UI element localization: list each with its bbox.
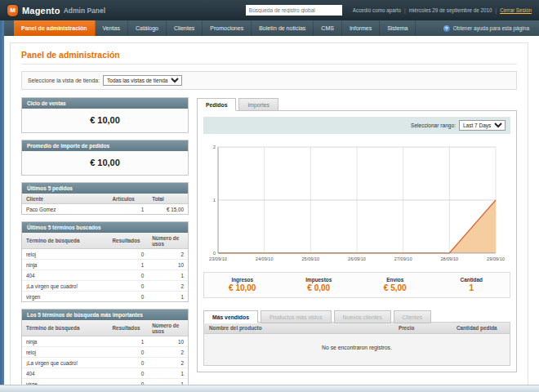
nav-item-cms[interactable]: CMS (314, 20, 342, 36)
global-search-input[interactable] (246, 5, 342, 16)
total-label: Impuestos (281, 277, 358, 283)
nav-item-ventas[interactable]: Ventas (96, 20, 128, 36)
products-grid: Nombre del producto Precio Cantidad pedi… (203, 322, 510, 366)
table-row[interactable]: ninja 1 10 (22, 260, 188, 270)
table-row[interactable]: virgen 0 1 (22, 292, 188, 302)
tab-pedidos[interactable]: Pedidos (197, 98, 236, 111)
total-cantidad: Cantidad 1 (434, 277, 510, 292)
svg-text:0: 0 (213, 251, 216, 256)
cell-results: 0 (109, 270, 149, 281)
range-label: Seleccionar rango: (411, 122, 456, 128)
cell-results: 0 (109, 368, 149, 379)
cell-results: 0 (109, 358, 149, 368)
range-select[interactable]: Last 7 Days (459, 120, 506, 131)
svg-text:23/09/10: 23/09/10 (209, 256, 227, 261)
table-header-row: Cliente Artículos Total (22, 194, 188, 204)
cell-term: ¡La virgen que cuadro! (22, 281, 109, 292)
total-value: 1 (434, 283, 510, 292)
cell-results: 0 (109, 249, 149, 260)
column-header: Cliente (22, 194, 109, 204)
cell-uses: 1 (148, 368, 188, 379)
nav-item-dashboard[interactable]: Panel de administración (14, 20, 96, 36)
table-row[interactable]: ¡La virgen que cuadro! 0 2 (22, 358, 188, 368)
nav-item-informes[interactable]: Informes (342, 20, 380, 36)
column-header: Total (148, 194, 188, 204)
column-header: Número de usos (148, 233, 188, 249)
table-row[interactable]: reloj 0 2 (22, 347, 188, 358)
svg-text:28/09/10: 28/09/10 (440, 256, 458, 261)
main-nav: Panel de administración Ventas Catálogo … (0, 20, 539, 36)
help-icon: ? (443, 25, 450, 32)
cell-results: 0 (109, 281, 149, 292)
column-header: Término de búsqueda (22, 320, 109, 336)
svg-text:25/09/10: 25/09/10 (301, 256, 319, 261)
cell-results: 1 (109, 260, 149, 270)
table-row[interactable]: reloj 0 2 (22, 249, 188, 260)
tab-clientes[interactable]: Clientes (394, 310, 432, 323)
last-orders-box: Últimos 5 pedidos Cliente Artículos Tota… (21, 182, 189, 215)
tab-importes[interactable]: Importes (238, 98, 278, 111)
cell-uses: 2 (148, 281, 188, 292)
top-search-terms-box: Los 5 términos de búsqueda más important… (21, 309, 189, 390)
cell-term: 404 (22, 368, 109, 379)
lifetime-sales-value: € 10,00 (22, 109, 188, 132)
cell-results: 1 (109, 336, 149, 347)
header-user-area: Accedió como aparto | miércoles 29 de se… (353, 7, 532, 13)
tab-nuevos-clientes[interactable]: Nuevos clientes (334, 310, 391, 323)
average-order-title: Promedio de importe de pedidos (22, 140, 188, 151)
help-link[interactable]: ? Obtener ayuda para esta página (443, 20, 539, 36)
table-row[interactable]: 404 0 1 (22, 270, 188, 281)
window-bottom-bar (0, 385, 539, 392)
total-value: € 5,00 (357, 283, 434, 292)
tab-productos-mas-vistos[interactable]: Productos más vistos (261, 310, 332, 323)
total-envios: Envíos € 5,00 (357, 277, 434, 292)
separator: | (496, 7, 497, 13)
column-header: Resultados (109, 233, 149, 249)
current-date-text: miércoles 29 de septiembre de 2010 (409, 7, 492, 13)
grid-empty-message: No se encontraron registros. (204, 334, 510, 365)
logout-link[interactable]: Cerrar Sesión (500, 7, 532, 13)
help-link-label: Obtener ayuda para esta página (453, 25, 529, 31)
cell-uses: 10 (148, 336, 188, 347)
nav-item-promociones[interactable]: Promociones (203, 20, 252, 36)
store-view-switcher: Seleccione la vista de tienda: Todas las… (21, 71, 517, 90)
window-left-edge (0, 20, 4, 385)
header: M Magento Admin Panel Accedió como apart… (0, 0, 539, 20)
cell-results: 0 (109, 292, 149, 302)
cell-term: reloj (22, 347, 109, 358)
admin-panel-label: Admin Panel (64, 7, 105, 15)
cell-uses: 1 (148, 270, 188, 281)
tab-mas-vendidos[interactable]: Más vendidos (203, 310, 258, 323)
title-divider (21, 64, 517, 65)
column-header-product: Nombre del producto (204, 323, 394, 333)
nav-item-boletin[interactable]: Boletín de noticias (252, 20, 314, 36)
last-search-terms-box: Últimos 5 términos buscados Término de b… (21, 221, 189, 302)
products-tabs: Más vendidos Productos más vistos Nuevos… (203, 310, 510, 323)
content-frame: Panel de administración Seleccione la vi… (10, 42, 528, 392)
nav-item-clientes[interactable]: Clientes (167, 20, 203, 36)
total-impuestos: Impuestos € 0,00 (281, 277, 358, 292)
cell-term: ninja (22, 260, 109, 270)
cell-uses: 2 (148, 358, 188, 368)
table-row[interactable]: 404 0 1 (22, 368, 188, 379)
nav-item-sistema[interactable]: Sistema (380, 20, 416, 36)
orders-chart: 01223/09/1024/09/1025/09/1026/09/1027/09… (205, 142, 509, 265)
store-view-label: Seleccione la vista de tienda: (28, 78, 100, 83)
column-header: Número de usos (148, 320, 188, 336)
total-label: Ingresos (204, 277, 281, 283)
table-row[interactable]: Paco Gomez 1 € 15,00 (22, 204, 188, 215)
cell-uses: 10 (148, 260, 188, 270)
table-row[interactable]: ¡La virgen que cuadro! 0 2 (22, 281, 188, 292)
store-view-select[interactable]: Todas las vistas de tienda (103, 75, 182, 86)
orders-chart-svg: 01223/09/1024/09/1025/09/1026/09/1027/09… (205, 142, 509, 265)
totals-bar: Ingresos € 10,00 Impuestos € 0,00 Envíos… (203, 272, 510, 298)
average-order-box: Promedio de importe de pedidos € 10,00 (21, 140, 189, 176)
logged-in-as-text: Accedió como aparto (353, 7, 401, 13)
total-ingresos: Ingresos € 10,00 (204, 277, 281, 292)
lifetime-sales-title: Ciclo de ventas (22, 98, 188, 109)
cell-term: reloj (22, 249, 109, 260)
dashboard-right-column: Pedidos Importes Seleccionar rango: Last… (197, 97, 517, 392)
table-row[interactable]: ninja 1 10 (22, 336, 188, 347)
cell-customer: Paco Gomez (22, 204, 109, 215)
nav-item-catalogo[interactable]: Catálogo (128, 20, 167, 36)
